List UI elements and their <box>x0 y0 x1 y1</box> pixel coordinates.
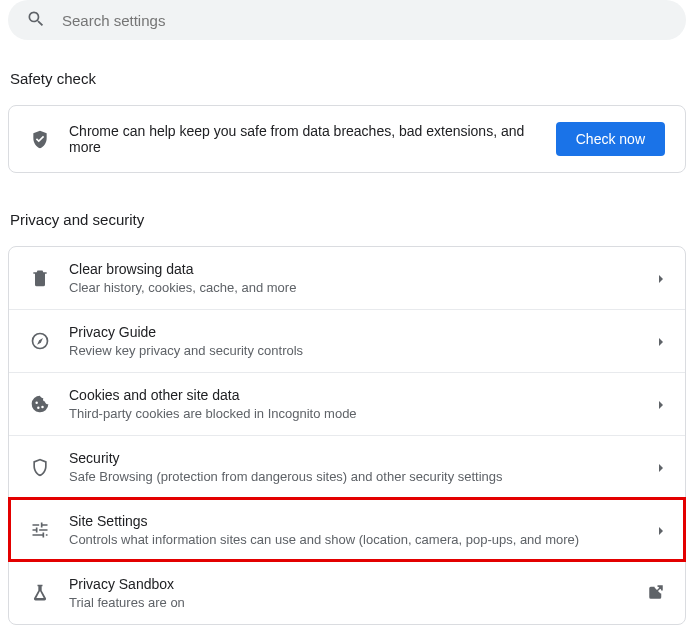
row-title: Security <box>69 450 657 466</box>
privacy-security-heading: Privacy and security <box>10 211 686 228</box>
row-title: Site Settings <box>69 513 657 529</box>
row-text: Privacy Sandbox Trial features are on <box>69 576 647 610</box>
row-subtitle: Review key privacy and security controls <box>69 343 657 358</box>
chevron-right-icon <box>657 270 665 286</box>
row-subtitle: Trial features are on <box>69 595 647 610</box>
security-row[interactable]: Security Safe Browsing (protection from … <box>9 435 685 498</box>
privacy-security-list: Clear browsing data Clear history, cooki… <box>8 246 686 625</box>
privacy-sandbox-row[interactable]: Privacy Sandbox Trial features are on <box>9 561 685 624</box>
external-link-icon <box>647 583 665 604</box>
chevron-right-icon <box>657 522 665 538</box>
row-text: Privacy Guide Review key privacy and sec… <box>69 324 657 358</box>
compass-icon <box>29 331 51 351</box>
search-bar[interactable] <box>8 0 686 40</box>
chevron-right-icon <box>657 396 665 412</box>
row-text: Cookies and other site data Third-party … <box>69 387 657 421</box>
row-title: Cookies and other site data <box>69 387 657 403</box>
row-subtitle: Third-party cookies are blocked in Incog… <box>69 406 657 421</box>
safety-check-card: Chrome can help keep you safe from data … <box>8 105 686 173</box>
search-icon <box>26 9 46 32</box>
safety-check-row: Chrome can help keep you safe from data … <box>9 106 685 172</box>
cookie-icon <box>29 394 51 414</box>
clear-browsing-data-row[interactable]: Clear browsing data Clear history, cooki… <box>9 247 685 309</box>
safety-check-text: Chrome can help keep you safe from data … <box>69 123 556 155</box>
chevron-right-icon <box>657 333 665 349</box>
row-title: Clear browsing data <box>69 261 657 277</box>
site-settings-row[interactable]: Site Settings Controls what information … <box>9 498 685 561</box>
check-now-button[interactable]: Check now <box>556 122 665 156</box>
row-subtitle: Controls what information sites can use … <box>69 532 657 547</box>
safety-check-heading: Safety check <box>10 70 686 87</box>
row-subtitle: Safe Browsing (protection from dangerous… <box>69 469 657 484</box>
trash-icon <box>29 268 51 288</box>
cookies-row[interactable]: Cookies and other site data Third-party … <box>9 372 685 435</box>
row-text: Security Safe Browsing (protection from … <box>69 450 657 484</box>
flask-icon <box>29 583 51 603</box>
row-text: Clear browsing data Clear history, cooki… <box>69 261 657 295</box>
row-title: Privacy Sandbox <box>69 576 647 592</box>
sliders-icon <box>29 520 51 540</box>
shield-check-icon <box>29 129 51 149</box>
shield-icon <box>29 457 51 477</box>
row-text: Site Settings Controls what information … <box>69 513 657 547</box>
search-input[interactable] <box>62 12 668 29</box>
row-title: Privacy Guide <box>69 324 657 340</box>
row-subtitle: Clear history, cookies, cache, and more <box>69 280 657 295</box>
chevron-right-icon <box>657 459 665 475</box>
privacy-guide-row[interactable]: Privacy Guide Review key privacy and sec… <box>9 309 685 372</box>
